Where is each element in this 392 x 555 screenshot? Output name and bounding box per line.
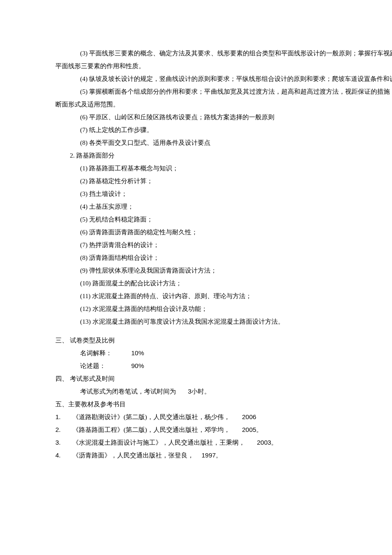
ratio-row-1: 名词解释： 10% <box>55 347 392 359</box>
book-4-text: 《沥青路面》，人民交通出版社，张登良，1997。 <box>72 449 392 462</box>
section-3-head: 三、 试卷类型及比例 <box>55 334 392 347</box>
item-2-11: (11) 水泥混凝土路面的特点、设计内容、原则、理论与方法； <box>55 290 392 302</box>
item-2-8: (8) 沥青路面结构组合设计； <box>55 251 392 264</box>
item-2-2: (2) 路基稳定性分析计算； <box>55 175 392 187</box>
book-3-index: 3. <box>55 436 72 449</box>
sec4-text-a: 考试形式为闭卷笔试，考试时间为 <box>80 388 176 395</box>
item-1-6: (6) 平原区、山岭区和丘陵区路线布设要点；路线方案选择的一般原则 <box>55 111 392 124</box>
book-4-year: 1997。 <box>202 451 222 459</box>
item-2-1: (1) 路基路面工程基本概念与知识； <box>55 162 392 175</box>
book-2-text: 《路基路面工程》(第二版)，人民交通出版社，邓学均，2005。 <box>72 423 392 436</box>
ratio-2-value: 90% <box>131 359 157 372</box>
ratio-2-label: 论述题： <box>80 359 131 372</box>
book-4: 4. 《沥青路面》，人民交通出版社，张登良，1997。 <box>55 449 392 462</box>
item-2-13: (13) 水泥混凝土路面的可靠度设计方法及我国水泥混凝土路面设计方法。 <box>55 315 392 328</box>
section-5-head: 五、主要教材及参考书目 <box>55 398 392 411</box>
item-2-7: (7) 热拌沥青混合料的设计； <box>55 239 392 251</box>
book-2-index: 2. <box>55 423 72 436</box>
item-2-5: (5) 无机结合料稳定路面； <box>55 213 392 226</box>
document-body: (3) 平面线形三要素的概念、确定方法及其要求、线形要素的组合类型和平面线形设计… <box>55 47 392 462</box>
item-2-4: (4) 土基压实原理； <box>55 200 392 213</box>
book-2-title: 《路基路面工程》(第二版)，人民交通出版社，邓学均， <box>72 426 230 433</box>
ratio-row-2: 论述题： 90% <box>55 359 392 372</box>
item-2-9: (9) 弹性层状体系理论及我国沥青路面设计方法； <box>55 264 392 277</box>
section-4-line: 考试形式为闭卷笔试，考试时间为3小时。 <box>55 385 392 398</box>
book-4-title: 《沥青路面》，人民交通出版社，张登良， <box>72 452 194 459</box>
ratio-1-value: 10% <box>131 347 157 359</box>
ratio-1-label: 名词解释： <box>80 347 131 359</box>
book-3-text: 《水泥混凝土路面设计与施工》，人民交通出版社，王秉纲，2003。 <box>72 436 392 449</box>
item-1-3: (3) 平面线形三要素的概念、确定方法及其要求、线形要素的组合类型和平面线形设计… <box>55 47 392 72</box>
book-1: 1. 《道路勘测设计》(第二版)，人民交通出版社，杨少伟，2006 <box>55 411 392 423</box>
item-1-5: (5) 掌握横断面各个组成部分的作用和要求；平曲线加宽及其过渡方法，超高和超高过… <box>55 85 392 111</box>
book-2: 2. 《路基路面工程》(第二版)，人民交通出版社，邓学均，2005。 <box>55 423 392 436</box>
item-2-12: (12) 水泥混凝土路面的结构组合设计及功能； <box>55 302 392 315</box>
book-1-text: 《道路勘测设计》(第二版)，人民交通出版社，杨少伟，2006 <box>72 411 392 423</box>
book-1-year: 2006 <box>242 413 256 420</box>
item-1-7: (7) 纸上定线的工作步骤。 <box>55 124 392 136</box>
sec4-text-b: 3小时。 <box>188 388 210 395</box>
section-4-head: 四、 考试形式及时间 <box>55 372 392 385</box>
book-2-year: 2005。 <box>242 426 262 433</box>
spacer <box>55 328 392 334</box>
book-4-index: 4. <box>55 449 72 462</box>
item-1-4: (4) 纵坡及坡长设计的规定，竖曲线设计的原则和要求；平纵线形组合设计的原则和要… <box>55 72 392 85</box>
section-2-head: 2. 路基路面部分 <box>55 149 392 162</box>
item-2-10: (10) 路面混凝土的配合比设计方法； <box>55 277 392 290</box>
item-2-6: (6) 沥青路面沥青路面的稳定性与耐久性； <box>55 226 392 239</box>
book-3-title: 《水泥混凝土路面设计与施工》，人民交通出版社，王秉纲， <box>72 439 245 446</box>
item-1-8: (8) 各类平面交叉口型式、适用条件及设计要点 <box>55 136 392 149</box>
book-1-title: 《道路勘测设计》(第二版)，人民交通出版社，杨少伟， <box>72 414 230 420</box>
book-3-year: 2003。 <box>257 439 277 446</box>
book-3: 3. 《水泥混凝土路面设计与施工》，人民交通出版社，王秉纲，2003。 <box>55 436 392 449</box>
item-2-3: (3) 挡土墙设计； <box>55 187 392 200</box>
book-1-index: 1. <box>55 411 72 423</box>
